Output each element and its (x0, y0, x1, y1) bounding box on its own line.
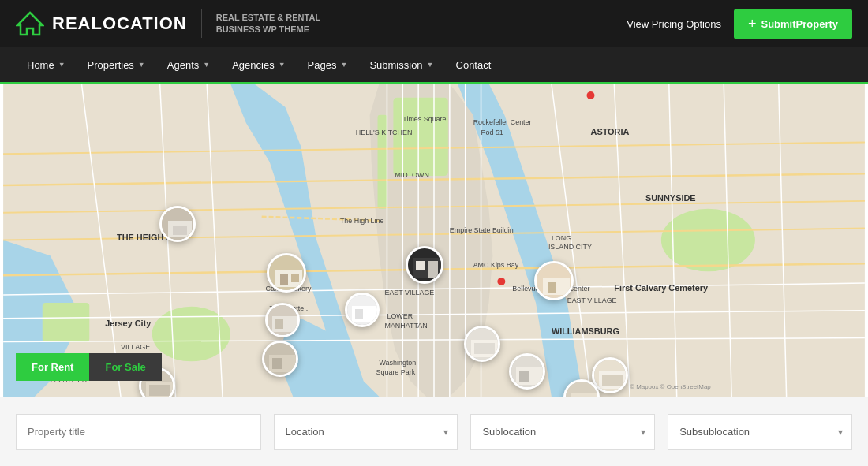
property-pin-4[interactable] (534, 261, 574, 300)
submit-property-button[interactable]: + SubmitProperty (734, 9, 852, 39)
subsublocation-select[interactable]: Subsublocation East Village West Village (668, 414, 852, 450)
nav-item-agents[interactable]: Agents ▼ (156, 47, 221, 84)
svg-text:EAST VILLAGE: EAST VILLAGE (384, 289, 434, 296)
svg-text:SUNNYSIDE: SUNNYSIDE (645, 193, 696, 203)
search-bar: Location New York New Jersey Brooklyn Ma… (0, 397, 868, 466)
chevron-down-icon: ▼ (427, 61, 434, 69)
svg-rect-73 (280, 274, 288, 285)
svg-text:HELL'S KITCHEN: HELL'S KITCHEN (356, 129, 413, 136)
nav-label-pages: Pages (308, 59, 337, 71)
logo-text: REALOCATION (52, 13, 187, 34)
property-pin-3[interactable] (406, 246, 443, 284)
svg-text:EAST VILLAGE: EAST VILLAGE (567, 296, 617, 304)
svg-text:LONG: LONG (552, 234, 571, 242)
svg-rect-80 (543, 278, 570, 295)
submit-property-label: SubmitProperty (761, 18, 838, 30)
svg-text:Washington: Washington (380, 359, 417, 367)
location-select-wrapper: Location New York New Jersey Brooklyn Ma… (274, 414, 458, 450)
chevron-down-icon: ▼ (203, 61, 210, 69)
main-nav: Home ▼ Properties ▼ Agents ▼ Agencies ▼ … (0, 47, 868, 84)
svg-text:Times Square: Times Square (402, 115, 446, 123)
subsublocation-select-wrapper: Subsublocation East Village West Village… (668, 414, 852, 450)
location-select[interactable]: Location New York New Jersey Brooklyn Ma… (274, 414, 458, 450)
map-background: THE HEIGHTS BERGEN/ LAFAYETTE WEST SIDE … (0, 84, 868, 397)
property-pin-5[interactable] (345, 293, 380, 327)
svg-rect-70 (173, 226, 187, 235)
property-pin-10[interactable] (509, 353, 545, 390)
svg-rect-96 (149, 385, 170, 396)
svg-rect-102 (602, 375, 623, 386)
svg-point-65 (497, 278, 505, 285)
svg-rect-84 (355, 309, 363, 319)
svg-rect-78 (428, 261, 438, 278)
svg-text:Jersey City: Jersey City (105, 319, 151, 328)
nav-item-agencies[interactable]: Agencies ▼ (221, 47, 296, 84)
svg-text:AMC Kips Bay: AMC Kips Bay (473, 261, 519, 269)
nav-item-contact[interactable]: Contact (445, 47, 503, 84)
sublocation-select[interactable]: Sublocation Midtown Downtown Uptown (470, 414, 655, 450)
svg-text:ISLAND CITY: ISLAND CITY (548, 243, 592, 251)
svg-rect-2 (393, 98, 447, 176)
svg-text:Rockefeller Center: Rockefeller Center (473, 118, 532, 126)
svg-text:© Mapbox © OpenStreetMap: © Mapbox © OpenStreetMap (630, 383, 711, 390)
svg-rect-90 (474, 343, 495, 354)
view-pricing-link[interactable]: View Pricing Options (627, 18, 721, 30)
nav-label-agents: Agents (167, 59, 199, 71)
for-sale-tab[interactable]: For Sale (89, 353, 161, 381)
nav-label-agencies: Agencies (232, 59, 274, 71)
svg-text:Square Park: Square Park (376, 368, 416, 376)
chevron-down-icon: ▼ (138, 61, 145, 69)
sublocation-select-wrapper: Sublocation Midtown Downtown Uptown ▾ (470, 414, 655, 450)
tagline: REAL ESTATE & RENTAL BUSINESS WP THEME (216, 12, 320, 36)
svg-rect-77 (416, 261, 425, 270)
nav-item-pages[interactable]: Pages ▼ (297, 47, 359, 84)
svg-rect-81 (548, 282, 556, 293)
svg-rect-104 (571, 393, 597, 397)
svg-point-66 (587, 91, 595, 99)
svg-text:MANHATTAN: MANHATTAN (384, 322, 427, 330)
for-rent-tab[interactable]: For Rent (16, 353, 89, 381)
chevron-down-icon: ▼ (279, 61, 286, 69)
property-pin-6[interactable] (265, 303, 300, 337)
svg-text:Pod 51: Pod 51 (481, 129, 503, 136)
nav-label-submission: Submission (369, 59, 422, 71)
filter-tabs: For Rent For Sale (16, 353, 162, 381)
nav-label-home: Home (27, 59, 54, 71)
nav-label-properties: Properties (88, 59, 134, 71)
logo-icon (16, 9, 44, 38)
logo-area: REALOCATION (16, 9, 187, 38)
plus-icon: + (748, 16, 757, 32)
chevron-down-icon: ▼ (58, 61, 65, 69)
property-title-input[interactable] (16, 414, 261, 450)
svg-text:VILLAGE: VILLAGE (121, 343, 150, 351)
property-pin-2[interactable] (267, 253, 306, 293)
header-right: View Pricing Options + SubmitProperty (627, 9, 852, 39)
nav-item-home[interactable]: Home ▼ (16, 47, 77, 84)
svg-rect-99 (519, 371, 529, 382)
nav-item-properties[interactable]: Properties ▼ (77, 47, 156, 84)
svg-rect-74 (291, 274, 299, 282)
svg-text:MIDTOWN: MIDTOWN (395, 171, 428, 179)
svg-text:Empire State Buildin: Empire State Buildin (450, 226, 514, 234)
svg-text:The High Line: The High Line (340, 217, 384, 225)
svg-text:LOWER: LOWER (387, 312, 413, 320)
nav-label-contact: Contact (456, 59, 492, 71)
svg-rect-93 (272, 358, 282, 369)
svg-text:First Calvary Cemetery: First Calvary Cemetery (614, 283, 708, 293)
chevron-down-icon: ▼ (340, 61, 347, 69)
header-divider (201, 9, 202, 38)
map-container: THE HEIGHTS BERGEN/ LAFAYETTE WEST SIDE … (0, 84, 868, 397)
svg-text:ASTORIA: ASTORIA (591, 127, 630, 136)
property-pin-1[interactable] (159, 206, 196, 242)
property-pin-8[interactable] (262, 341, 298, 377)
svg-point-5 (661, 209, 755, 271)
svg-marker-0 (17, 13, 43, 35)
svg-rect-6 (43, 303, 90, 342)
header: REALOCATION REAL ESTATE & RENTAL BUSINES… (0, 0, 868, 47)
svg-rect-87 (275, 319, 283, 329)
nav-item-submission[interactable]: Submission ▼ (358, 47, 444, 84)
svg-text:WILLIAMSBURG: WILLIAMSBURG (552, 326, 619, 336)
property-pin-7[interactable] (464, 326, 500, 362)
